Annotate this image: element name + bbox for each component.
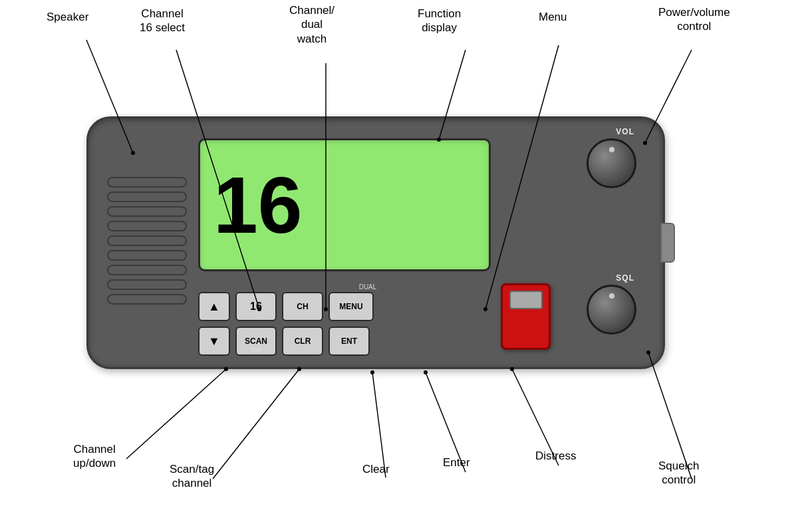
radio-body: 16 DUAL ▲ 16 CH MENU ▼ TAG SCAN	[86, 116, 665, 369]
label-squelch: Squelchcontrol	[658, 459, 699, 487]
svg-line-14	[213, 369, 299, 479]
speaker-grille	[107, 156, 187, 329]
svg-point-17	[370, 370, 374, 374]
channel-down-button[interactable]: ▼	[198, 327, 230, 356]
vol-label: VOL	[616, 127, 634, 136]
lcd-display: 16	[198, 138, 491, 271]
button-area: DUAL ▲ 16 CH MENU ▼ TAG SCAN CLR ENT	[198, 283, 491, 361]
speaker-line-1	[107, 177, 187, 188]
label-speaker: Speaker	[47, 10, 88, 24]
speaker-line-4	[107, 221, 187, 231]
speaker-line-8	[107, 279, 187, 290]
speaker-line-5	[107, 235, 187, 246]
speaker-line-6	[107, 250, 187, 261]
button-row-bottom: ▼ TAG SCAN CLR ENT	[198, 327, 491, 356]
label-clear: Clear	[362, 462, 390, 476]
speaker-line-7	[107, 265, 187, 275]
squelch-knob[interactable]: SQL	[587, 285, 636, 334]
svg-line-12	[126, 369, 226, 459]
speaker-line-3	[107, 206, 187, 217]
knob-dot-vol	[609, 147, 614, 152]
knob-dot-sql	[609, 293, 614, 299]
scan-tag-button[interactable]: TAG SCAN	[235, 327, 277, 356]
diagram-container: 16 DUAL ▲ 16 CH MENU ▼ TAG SCAN	[0, 0, 798, 532]
label-distress: Distress	[535, 449, 576, 463]
clear-button[interactable]: CLR	[282, 327, 323, 356]
sql-label: SQL	[616, 273, 634, 283]
distress-cover	[509, 291, 543, 309]
label-channel-16-select: Channel16 select	[140, 7, 185, 35]
label-channel-up-down: Channelup/down	[73, 442, 116, 471]
speaker-line-9	[107, 294, 187, 305]
ch-dual-watch-button[interactable]: CH	[282, 292, 323, 321]
label-scan-tag: Scan/tagchannel	[170, 462, 214, 491]
label-function-display: Functiondisplay	[418, 7, 461, 35]
dual-label: DUAL	[245, 283, 491, 291]
distress-button[interactable]	[501, 283, 551, 350]
menu-button[interactable]: MENU	[329, 292, 374, 321]
label-enter: Enter	[443, 456, 470, 469]
side-tab	[660, 223, 675, 263]
speaker-line-2	[107, 192, 187, 202]
label-channel-dual-watch: Channel/dualwatch	[289, 3, 334, 46]
label-power-volume: Power/volumecontrol	[658, 5, 730, 34]
enter-button[interactable]: ENT	[329, 327, 370, 356]
channel-up-button[interactable]: ▲	[198, 292, 230, 321]
button-row-top: ▲ 16 CH MENU	[198, 292, 491, 321]
volume-knob[interactable]: VOL	[587, 138, 636, 188]
label-menu: Menu	[539, 10, 567, 24]
svg-point-19	[424, 370, 428, 374]
channel-number: 16	[213, 165, 302, 245]
channel-16-button[interactable]: 16	[235, 292, 277, 321]
